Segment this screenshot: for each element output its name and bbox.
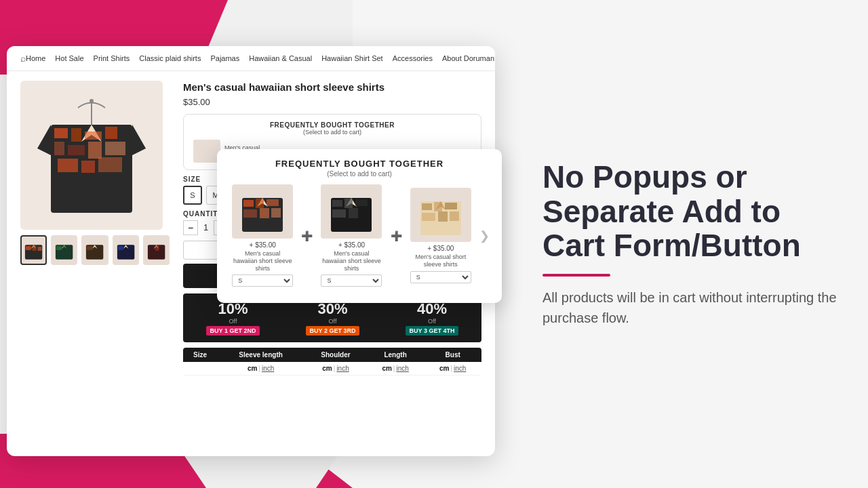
svg-rect-31 <box>117 246 123 250</box>
shirt-illustration <box>31 87 153 223</box>
subtext: All products will be in cart without int… <box>542 287 841 328</box>
fbt-popup-subtitle: (Select to add to cart) <box>228 170 491 178</box>
inch-link-length[interactable]: inch <box>396 365 408 372</box>
size-chart: Size Sleeve length Shoulder Length Bust … <box>183 348 481 375</box>
svg-rect-42 <box>271 208 281 218</box>
svg-rect-52 <box>422 203 432 210</box>
nav-bar: ⌕ Home Hot Sale Print Shirts Classic pla… <box>7 46 495 71</box>
thumb-1[interactable] <box>20 235 47 265</box>
fbt-arrow-1: ➕ <box>300 230 314 241</box>
fbt-product-price-1: + $35.00 <box>250 241 276 249</box>
svg-rect-10 <box>88 142 102 159</box>
svg-rect-46 <box>344 199 353 208</box>
main-product-image <box>20 81 163 230</box>
cm-link-length[interactable]: cm <box>382 365 391 372</box>
svg-rect-39 <box>267 199 279 206</box>
svg-rect-25 <box>63 245 67 251</box>
fbt-popup: FREQUENTLY BOUGHT TOGETHER (Select to ad… <box>217 149 502 303</box>
nav-print-shirts[interactable]: Print Shirts <box>94 54 130 62</box>
svg-rect-20 <box>33 245 37 251</box>
cm-link-bust[interactable]: cm <box>439 365 449 372</box>
fbt-product-img-2 <box>321 184 382 239</box>
nav-icons: ⌕ <box>20 53 26 64</box>
discount-item-1: 10% Off BUY 1 GET 2ND <box>201 298 266 338</box>
svg-rect-12 <box>58 159 78 172</box>
svg-rect-28 <box>87 246 92 250</box>
svg-rect-56 <box>438 211 448 222</box>
size-chart-col-size: Size <box>183 348 217 362</box>
svg-rect-7 <box>105 127 117 139</box>
inch-link-bust[interactable]: inch <box>454 365 466 372</box>
search-icon[interactable]: ⌕ <box>20 53 26 64</box>
nav-hot-sale[interactable]: Hot Sale <box>55 54 83 62</box>
discount-item-3: 40% Off BUY 3 GET 4TH <box>400 298 465 338</box>
fbt-product-price-2: + $35.00 <box>338 241 365 249</box>
inch-link-sleeve[interactable]: inch <box>262 365 274 372</box>
fbt-product-size-3[interactable]: SMLXL <box>410 271 471 283</box>
svg-rect-47 <box>355 199 368 206</box>
svg-rect-4 <box>54 128 68 138</box>
thumb-5[interactable] <box>143 235 170 265</box>
fbt-back-subtitle: (Select to add to cart) <box>193 129 471 136</box>
nav-home[interactable]: Home <box>26 54 45 62</box>
fbt-shirt-3 <box>414 191 468 239</box>
thumb-shirt-4 <box>114 238 138 262</box>
fbt-product-size-2[interactable]: SMLXL <box>321 274 382 287</box>
svg-rect-57 <box>450 211 459 221</box>
thumb-3[interactable] <box>81 235 108 265</box>
svg-rect-38 <box>256 199 264 208</box>
svg-rect-8 <box>54 142 64 155</box>
product-images <box>20 81 170 375</box>
divider-line <box>542 274 610 277</box>
discount-tag-2: BUY 2 GET 3RD <box>306 326 360 336</box>
discount-item-2: 30% Off BUY 2 GET 3RD <box>300 298 366 338</box>
inch-link-shoulder[interactable]: inch <box>336 365 349 372</box>
nav-about[interactable]: About Doruman <box>442 54 494 62</box>
svg-rect-6 <box>85 131 102 140</box>
size-s[interactable]: S <box>183 186 202 205</box>
discount-off-2: Off <box>329 318 337 325</box>
svg-marker-2 <box>37 125 51 155</box>
nav-accessories[interactable]: Accessories <box>393 54 433 62</box>
headline-line1: No Popups or <box>542 159 747 195</box>
svg-rect-13 <box>81 161 95 173</box>
fbt-product-3: + $35.00 Men's casual short sleeve shirt… <box>406 188 475 283</box>
nav-hawaiian-casual[interactable]: Hawaiian & Casual <box>249 54 312 62</box>
svg-rect-53 <box>434 202 442 211</box>
svg-rect-37 <box>243 200 254 207</box>
fbt-product-size-1[interactable]: SMLXL <box>232 274 293 287</box>
size-chart-col-bust: Bust <box>424 348 481 362</box>
nav-pajamas[interactable]: Pajamas <box>210 54 239 62</box>
thumb-4[interactable] <box>113 235 139 265</box>
size-chart-unit-sleeve: cm|inch <box>217 362 304 375</box>
svg-rect-45 <box>332 200 342 207</box>
svg-rect-34 <box>155 245 159 251</box>
svg-marker-3 <box>132 125 146 155</box>
fbt-popup-title: FREQUENTLY BOUGHT TOGETHER <box>228 159 491 169</box>
fbt-back-title: FREQUENTLY BOUGHT TOGETHER <box>193 121 471 129</box>
thumb-shirt-1 <box>22 238 45 262</box>
fbt-products-row: + $35.00 Men's casual hawaiian short sle… <box>228 184 491 287</box>
svg-rect-24 <box>56 246 62 250</box>
svg-rect-54 <box>445 203 457 209</box>
nav-classic-plaid[interactable]: Classic plaid shirts <box>139 54 201 62</box>
cm-link-shoulder[interactable]: cm <box>322 365 332 372</box>
fbt-shirt-2 <box>324 188 378 235</box>
thumb-shirt-5 <box>144 238 168 262</box>
fbt-product-img-1 <box>232 184 293 239</box>
size-chart-unit-shoulder: cm|inch <box>304 362 367 375</box>
thumb-2[interactable] <box>51 235 77 265</box>
discount-tag-3: BUY 3 GET 4TH <box>406 326 459 336</box>
discount-off-1: Off <box>229 318 237 325</box>
cm-link-sleeve[interactable]: cm <box>248 365 257 372</box>
headline-line3: Cart Form/Button <box>542 228 801 263</box>
quantity-decrease[interactable]: − <box>183 220 198 235</box>
fbt-arrow-next[interactable]: ❯ <box>478 228 491 243</box>
nav-links: Home Hot Sale Print Shirts Classic plaid… <box>26 54 495 62</box>
headline-line2: Separate Add to <box>542 194 781 229</box>
svg-rect-40 <box>243 209 257 218</box>
fbt-product-name-3: Men's casual short sleeve shirts <box>410 253 471 268</box>
nav-hawaiian-set[interactable]: Hawaiian Shirt Set <box>321 54 383 62</box>
svg-point-16 <box>90 99 94 103</box>
size-chart-unit-row: cm|inch cm|inch cm|inch cm|inch <box>183 362 481 375</box>
